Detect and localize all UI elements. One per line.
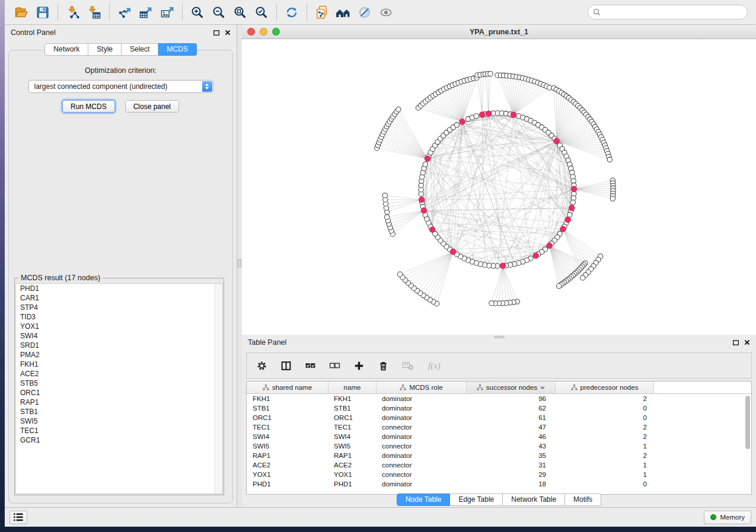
zoom-in-button[interactable] xyxy=(187,2,208,23)
network-node[interactable] xyxy=(454,123,459,127)
clone-network-button[interactable] xyxy=(311,2,333,23)
tab-select[interactable]: Select xyxy=(122,43,158,56)
search-input[interactable] xyxy=(604,8,747,17)
run-mcds-button[interactable]: Run MCDS xyxy=(62,100,115,113)
export-image-button[interactable] xyxy=(157,2,178,23)
table-row[interactable]: TEC1TEC1connector472 xyxy=(247,422,751,432)
close-panel-button[interactable]: Close panel xyxy=(125,100,179,113)
tab-network-table[interactable]: Network Table xyxy=(503,493,565,506)
table-scrollbar[interactable] xyxy=(744,395,751,493)
column-header-shared-name[interactable]: shared name xyxy=(247,382,328,393)
zoom-fit-button[interactable] xyxy=(229,2,251,23)
mcds-hub-node[interactable] xyxy=(565,217,571,223)
network-node[interactable] xyxy=(489,301,494,306)
float-panel-icon[interactable] xyxy=(733,340,739,345)
table-scrollbar-thumb[interactable] xyxy=(745,396,750,449)
mcds-result-item[interactable]: SWI4 xyxy=(16,331,222,341)
export-network-button[interactable] xyxy=(114,2,135,23)
mcds-hub-node[interactable] xyxy=(479,112,485,118)
network-node[interactable] xyxy=(423,162,428,166)
tab-node-table[interactable]: Node Table xyxy=(397,493,451,506)
homes-button[interactable] xyxy=(333,2,354,23)
mcds-result-item[interactable]: STB5 xyxy=(16,379,222,388)
network-node[interactable] xyxy=(557,284,562,289)
show-details-button[interactable] xyxy=(375,2,397,23)
network-node[interactable] xyxy=(382,193,387,198)
delete-icon[interactable] xyxy=(378,360,389,371)
table-row[interactable]: SWI4SWI4dominator462 xyxy=(247,432,751,441)
settings-gear-icon[interactable] xyxy=(256,360,267,371)
network-node[interactable] xyxy=(607,157,612,162)
mcds-result-item[interactable]: SRD1 xyxy=(16,341,222,350)
table-row[interactable]: SWI5SWI5connector431 xyxy=(247,441,751,451)
tab-motifs[interactable]: Motifs xyxy=(565,493,601,506)
mcds-result-item[interactable]: YOX1 xyxy=(16,322,222,331)
mcds-result-item[interactable]: CAR1 xyxy=(16,293,222,303)
open-file-button[interactable] xyxy=(11,2,32,23)
vertical-splitter[interactable] xyxy=(237,25,242,507)
mcds-result-item[interactable]: TID3 xyxy=(16,312,222,322)
memory-button[interactable]: Memory xyxy=(704,511,751,524)
column-header-successor-nodes[interactable]: successor nodes xyxy=(467,382,556,393)
mcds-hub-node[interactable] xyxy=(571,186,577,192)
table-row[interactable]: FKH1FKH1dominator962 xyxy=(247,394,751,403)
mcds-hub-node[interactable] xyxy=(511,112,516,118)
mcds-result-item[interactable]: SWI5 xyxy=(16,416,222,426)
mcds-result-item[interactable]: ACE2 xyxy=(16,369,222,379)
import-table-button[interactable] xyxy=(84,2,105,23)
mcds-hub-node[interactable] xyxy=(533,253,539,259)
list-scrollbar[interactable] xyxy=(215,284,222,493)
function-fx-icon[interactable]: f(x) xyxy=(428,360,445,371)
columns-icon[interactable] xyxy=(280,360,292,371)
tab-style[interactable]: Style xyxy=(88,43,122,56)
mcds-result-item[interactable]: RAP1 xyxy=(16,398,222,407)
network-node[interactable] xyxy=(567,212,572,217)
delete-table-icon[interactable] xyxy=(402,360,414,371)
network-node[interactable] xyxy=(385,214,390,219)
horizontal-splitter-grip[interactable] xyxy=(494,336,505,338)
mcds-result-item[interactable]: ORC1 xyxy=(16,388,222,398)
column-header-predecessor-nodes[interactable]: predecessor nodes xyxy=(556,382,654,393)
table-row[interactable]: ACE2ACE2connector311 xyxy=(247,460,751,470)
tab-network[interactable]: Network xyxy=(44,43,88,56)
zoom-selected-button[interactable] xyxy=(251,2,272,23)
tab-edge-table[interactable]: Edge Table xyxy=(450,493,503,506)
mcds-result-item[interactable]: FKH1 xyxy=(16,360,222,369)
mcds-result-item[interactable]: GCR1 xyxy=(16,435,222,445)
network-node[interactable] xyxy=(474,114,479,118)
mcds-result-item[interactable]: STP4 xyxy=(16,303,222,312)
mcds-hub-node[interactable] xyxy=(450,249,456,255)
table-row[interactable]: STB1STB1dominator620 xyxy=(247,403,751,413)
close-panel-icon[interactable] xyxy=(225,30,231,36)
mcds-hub-node[interactable] xyxy=(419,197,425,203)
table-row[interactable]: YOX1YOX1connector291 xyxy=(247,470,751,479)
mcds-result-item[interactable]: PMA2 xyxy=(16,350,222,360)
network-graph[interactable] xyxy=(242,39,756,334)
mcds-hub-node[interactable] xyxy=(460,119,465,125)
mcds-hub-node[interactable] xyxy=(554,138,560,144)
task-history-button[interactable] xyxy=(9,511,27,524)
zoom-out-button[interactable] xyxy=(208,2,229,23)
save-session-button[interactable] xyxy=(32,2,53,23)
mcds-hub-node[interactable] xyxy=(560,226,566,232)
network-node[interactable] xyxy=(570,200,575,204)
optimization-criterion-select[interactable]: largest connected component (undirected) xyxy=(28,80,213,93)
splitter-grip-icon[interactable] xyxy=(238,259,241,267)
mcds-hub-node[interactable] xyxy=(486,111,492,117)
network-node[interactable] xyxy=(397,272,402,277)
column-header-name[interactable]: name xyxy=(328,382,377,393)
network-node[interactable] xyxy=(488,71,493,76)
network-node[interactable] xyxy=(580,275,585,280)
refresh-button[interactable] xyxy=(281,2,302,23)
mcds-hub-node[interactable] xyxy=(429,227,435,233)
table-row[interactable]: PHD1PHD1dominator180 xyxy=(247,479,751,489)
hide-details-button[interactable] xyxy=(354,2,375,23)
import-network-button[interactable] xyxy=(62,2,84,23)
table-row[interactable]: RAP1RAP1dominator352 xyxy=(247,451,751,460)
mcds-result-item[interactable]: STB1 xyxy=(16,407,222,416)
network-window-titlebar[interactable]: YPA_prune.txt_1 xyxy=(242,25,756,39)
mcds-result-item[interactable]: TEC1 xyxy=(16,426,222,435)
column-header-MCDS-role[interactable]: MCDS role xyxy=(377,382,467,393)
add-icon[interactable] xyxy=(353,360,365,371)
network-node[interactable] xyxy=(610,196,615,201)
